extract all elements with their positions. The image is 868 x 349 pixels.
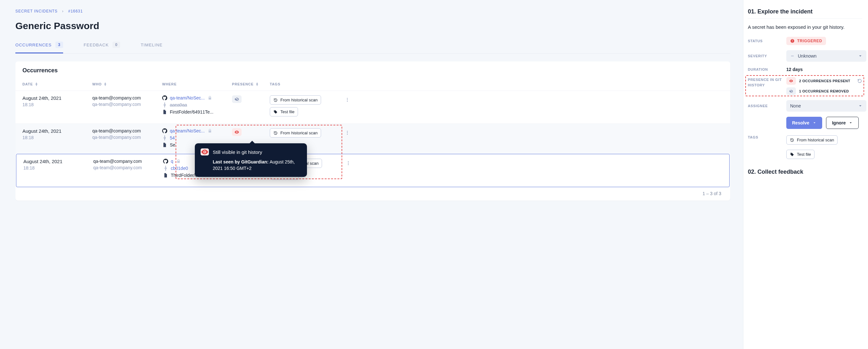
github-icon xyxy=(162,95,167,100)
sidebar: 01. Explore the incident A secret has be… xyxy=(743,0,868,349)
status-badge: TRIGGERED xyxy=(786,37,826,45)
tags-label: TAGS xyxy=(748,135,783,139)
table-header: DATE▲▼ WHO▲▼ WHERE PRESENCE▲▼ TAGS xyxy=(16,78,730,91)
tab-occurrences[interactable]: OCCURRENCES 3 xyxy=(16,39,63,54)
tabs: OCCURRENCES 3 FEEDBACK 0 TIMELINE xyxy=(16,39,730,54)
tooltip-body-label: Last seen by GitGuardian: xyxy=(213,159,269,165)
side-sub: A secret has been exposed in your git hi… xyxy=(748,24,862,30)
commit-icon xyxy=(162,102,167,107)
row-time: 18:18 xyxy=(23,135,90,140)
breadcrumb-sep: › xyxy=(62,9,64,13)
side-heading-1: 01. Explore the incident xyxy=(748,8,862,19)
col-who[interactable]: WHO▲▼ xyxy=(92,82,160,86)
presence-tooltip: Still visible in git history Last seen b… xyxy=(195,143,307,177)
commit-link[interactable]: 54 xyxy=(170,135,175,140)
repo-link[interactable]: qa-team/NoSec... xyxy=(170,128,205,133)
tag-chip: From historical scan xyxy=(270,95,321,105)
lock-icon xyxy=(207,128,212,133)
tag-icon xyxy=(273,110,278,114)
sort-icon: ▲▼ xyxy=(35,82,38,86)
eye-icon xyxy=(786,77,796,85)
minus-icon xyxy=(790,54,795,58)
tab-label: TIMELINE xyxy=(141,42,162,47)
row-date: August 24th, 2021 xyxy=(23,159,91,164)
row-who: qa-team@company.com xyxy=(92,128,160,133)
table-row[interactable]: August 24th, 2021 18:18 qa-team@company.… xyxy=(16,154,730,187)
row-date: August 24th, 2021 xyxy=(23,128,90,134)
pager: 1 – 3 of 3 xyxy=(16,187,730,196)
occurrences-card: Occurrences DATE▲▼ WHO▲▼ WHERE PRESENCE▲… xyxy=(16,61,730,201)
tab-label: OCCURRENCES xyxy=(16,42,52,47)
page-title: Generic Password xyxy=(16,21,730,31)
duration-label: DURATION xyxy=(748,68,783,71)
status-label: STATUS xyxy=(748,39,783,43)
commit-icon xyxy=(162,135,167,140)
file-path: Se xyxy=(170,142,175,147)
side-heading-2: 02. Collect feedback xyxy=(748,169,862,178)
row-date: August 24th, 2021 xyxy=(23,95,90,101)
tab-count: 0 xyxy=(113,42,120,48)
more-button[interactable] xyxy=(343,128,352,137)
chevron-down-icon xyxy=(812,121,816,125)
github-icon xyxy=(162,128,167,133)
sort-icon: ▲▼ xyxy=(256,82,259,86)
breadcrumb: SECRET INCIDENTS › #16631 xyxy=(16,9,730,13)
eye-icon[interactable] xyxy=(232,128,242,136)
more-button[interactable] xyxy=(343,95,352,104)
tag-chip: From historical scan xyxy=(270,128,321,138)
commit-icon xyxy=(163,166,168,171)
severity-label: SEVERITY xyxy=(748,54,783,58)
row-time: 18:18 xyxy=(23,165,91,171)
col-where: WHERE xyxy=(162,82,229,86)
tooltip-title: Still visible in git history xyxy=(213,149,262,155)
eye-icon xyxy=(200,148,209,155)
tag-chip: From historical scan xyxy=(786,135,838,145)
file-icon xyxy=(163,173,168,178)
row-who-sub: qa-team@company.com xyxy=(92,102,160,107)
github-icon xyxy=(163,159,168,164)
breadcrumb-root[interactable]: SECRET INCIDENTS xyxy=(16,9,58,13)
tag-chip: Test file xyxy=(786,150,814,159)
file-icon xyxy=(162,109,167,114)
col-date[interactable]: DATE▲▼ xyxy=(23,82,90,86)
restore-icon[interactable] xyxy=(857,78,862,83)
repo-link[interactable]: q xyxy=(171,159,173,164)
col-presence[interactable]: PRESENCE▲▼ xyxy=(232,82,267,86)
tab-feedback[interactable]: FEEDBACK 0 xyxy=(84,39,120,54)
card-title: Occurrences xyxy=(16,67,730,78)
tab-label: FEEDBACK xyxy=(84,42,108,47)
assignee-label: ASSIGNEE xyxy=(748,104,783,108)
history-icon xyxy=(273,98,278,102)
more-button[interactable] xyxy=(344,159,353,168)
resolve-button[interactable]: Resolve xyxy=(786,117,822,129)
presence-removed-row: 1 OCCURRENCE REMOVED xyxy=(786,87,862,95)
repo-link[interactable]: qa-team/NoSec... xyxy=(170,95,205,100)
tab-timeline[interactable]: TIMELINE xyxy=(141,39,162,54)
tab-count: 3 xyxy=(56,42,63,48)
file-icon xyxy=(162,142,167,147)
commit-link[interactable]: aaca0aa xyxy=(170,102,187,107)
eye-off-icon[interactable] xyxy=(232,95,242,103)
chevron-down-icon xyxy=(858,54,863,58)
presence-present-row: 2 OCCURRENCES PRESENT xyxy=(786,77,862,85)
row-who-sub: qa-team@company.com xyxy=(92,135,160,140)
history-icon xyxy=(273,131,278,135)
alert-icon xyxy=(790,39,795,43)
commit-link[interactable]: cb01de0 xyxy=(171,166,188,171)
severity-select[interactable]: Unknown xyxy=(786,50,866,62)
assignee-select[interactable]: None xyxy=(786,100,866,112)
col-tags: TAGS xyxy=(270,82,340,86)
lock-icon xyxy=(207,95,212,100)
lock-icon xyxy=(176,159,181,164)
table-row[interactable]: August 24th, 2021 18:18 qa-team@company.… xyxy=(16,124,730,154)
duration-value: 12 days xyxy=(786,67,862,72)
breadcrumb-id[interactable]: #16631 xyxy=(68,9,83,13)
sort-icon: ▲▼ xyxy=(104,82,107,86)
presence-label: PRESENCE IN GIT HISTORY xyxy=(748,77,783,88)
tag-chip: Test file xyxy=(270,107,298,116)
history-icon xyxy=(790,138,794,142)
table-row[interactable]: August 24th, 2021 18:18 qa-team@company.… xyxy=(16,91,730,124)
eye-off-icon xyxy=(786,87,796,95)
ignore-button[interactable]: Ignore xyxy=(826,117,859,129)
tag-icon xyxy=(790,152,794,157)
